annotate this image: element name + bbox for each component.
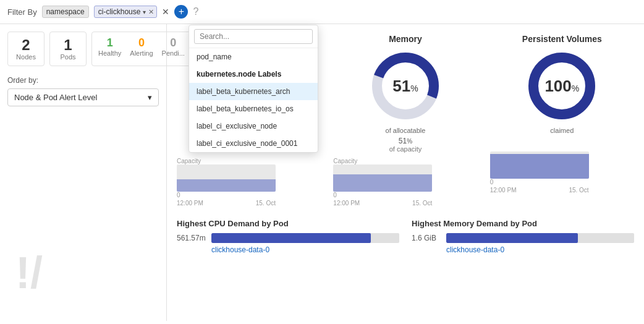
filter-dropdown: pod_namekubernetes.node Labelslabel_beta…: [189, 25, 318, 153]
cpu-capacity-bar-area: [177, 164, 276, 192]
pv-capacity-zero: 0: [490, 179, 634, 185]
pv-time-start: 12:00 PM: [490, 187, 517, 194]
memory-demand-bar-container: 1.6 GiB: [412, 233, 634, 243]
warning-area: !/: [12, 245, 68, 302]
cpu-capacity-chart-label: Capacity: [177, 158, 321, 164]
pending-stat: 0 Pendi...: [162, 37, 185, 61]
namespace-tag: namespace: [42, 6, 89, 18]
stats-row: 2 Nodes 1 Pods 1 Healthy 0 Alerting 0 Pe…: [7, 32, 159, 66]
sub-stats-box: 1 Healthy 0 Alerting 0 Pendi...: [91, 32, 192, 66]
pv-time-end: 15. Oct: [569, 187, 588, 194]
cpu-time-end: 15. Oct: [256, 200, 276, 207]
memory-time-start: 12:00 PM: [333, 200, 360, 207]
memory-time-end: 15. Oct: [412, 200, 432, 207]
memory-time-labels: 12:00 PM 15. Oct: [333, 200, 432, 207]
pv-claimed-label: claimed: [490, 127, 634, 134]
memory-demand-bar-wrapper: [446, 233, 634, 243]
pv-capacity-bar-area: [490, 151, 589, 179]
healthy-label: Healthy: [98, 49, 121, 57]
cpu-time-labels: 12:00 PM 15. Oct: [177, 200, 276, 207]
cpu-capacity-chart: Capacity 0 12:00 PM 15. Oct: [177, 158, 321, 207]
memory-capacity-bar-fill: [333, 174, 432, 192]
demand-row: Highest CPU Demand by Pod 561.57m clickh…: [177, 219, 634, 254]
memory-capacity-bar-area: [333, 164, 432, 192]
pods-stat: 1 Pods: [49, 32, 87, 66]
main-content: 2 Nodes 1 Pods 1 Healthy 0 Alerting 0 Pe…: [0, 24, 644, 321]
memory-capacity-chart-label: Capacity: [333, 158, 477, 164]
order-section: Order by: Node & Pod Alert Level ▾: [7, 76, 159, 106]
clear-filter-button[interactable]: ✕: [162, 7, 169, 16]
pv-donut-center: 100%: [544, 78, 579, 94]
alerting-stat: 0 Alerting: [130, 37, 153, 61]
memory-section: Memory 51% of allocatable 51%: [333, 34, 477, 207]
add-filter-button[interactable]: +: [174, 5, 188, 19]
pv-capacity-bar-fill: [490, 154, 589, 179]
memory-demand-value: 1.6 GiB: [412, 234, 443, 242]
cpu-time-start: 12:00 PM: [177, 200, 203, 207]
memory-title: Memory: [333, 34, 477, 44]
dropdown-item[interactable]: kubernetes.node Labels: [189, 66, 318, 83]
nodes-count: 2: [15, 37, 36, 53]
pods-count: 1: [57, 37, 78, 53]
chevron-down-icon[interactable]: ▾: [143, 9, 146, 15]
dropdown-items-list: pod_namekubernetes.node Labelslabel_beta…: [189, 48, 318, 152]
pv-title: Persistent Volumes: [490, 34, 634, 44]
cpu-demand-link[interactable]: clickhouse-data-0: [211, 245, 269, 254]
dropdown-item[interactable]: label_beta_kubernetes_io_os: [189, 100, 318, 117]
pv-section: Persistent Volumes 100% claimed: [490, 34, 634, 207]
memory-donut: 51%: [368, 49, 443, 123]
nodes-stat: 2 Nodes: [7, 32, 44, 66]
pv-time-labels: 12:00 PM 15. Oct: [490, 187, 589, 194]
cpu-demand-value: 561.57m: [177, 234, 208, 242]
order-select-value: Node & Pod Alert Level: [14, 93, 97, 102]
cpu-demand-bar-fill: [211, 233, 371, 243]
filter-chip-label: ci-clickhouse: [98, 7, 141, 16]
pv-capacity-chart: 0 12:00 PM 15. Oct: [490, 151, 634, 194]
dropdown-search-input[interactable]: [194, 29, 313, 44]
cpu-capacity-zero: 0: [177, 192, 321, 198]
dropdown-item[interactable]: label_ci_exclusive_node_0001: [189, 135, 318, 152]
pv-percent: 100%: [544, 77, 579, 95]
memory-percent: 51%: [392, 77, 418, 95]
healthy-stat: 1 Healthy: [98, 37, 121, 61]
memory-capacity-percent: 51: [399, 137, 407, 145]
pending-label: Pendi...: [162, 49, 185, 57]
warning-icon: !/: [12, 245, 68, 301]
memory-capacity-chart: Capacity 0 12:00 PM 15. Oct: [333, 158, 477, 207]
filter-bar: Filter By namespace ci-clickhouse ▾ ✕ ✕ …: [0, 0, 644, 24]
cpu-capacity-bar-fill: [177, 179, 276, 192]
sidebar: 2 Nodes 1 Pods 1 Healthy 0 Alerting 0 Pe…: [0, 24, 167, 321]
cpu-demand-bar-container: 561.57m: [177, 233, 399, 243]
alerting-label: Alerting: [130, 49, 153, 57]
memory-demand-section: Highest Memory Demand by Pod 1.6 GiB cli…: [412, 219, 634, 254]
dropdown-search-container: [189, 25, 318, 48]
pv-donut: 100%: [525, 49, 599, 123]
order-label: Order by:: [7, 76, 159, 85]
memory-demand-bar-fill: [446, 233, 578, 243]
memory-donut-center: 51%: [392, 78, 418, 94]
memory-demand-title: Highest Memory Demand by Pod: [412, 219, 634, 228]
filter-label: Filter By: [7, 7, 37, 17]
cpu-demand-section: Highest CPU Demand by Pod 561.57m clickh…: [177, 219, 399, 254]
memory-capacity-info: 51%: [333, 137, 477, 145]
close-icon[interactable]: ✕: [148, 8, 154, 16]
chevron-down-icon: ▾: [148, 93, 152, 102]
order-select-dropdown[interactable]: Node & Pod Alert Level ▾: [7, 88, 159, 106]
dropdown-item[interactable]: label_ci_exclusive_node: [189, 117, 318, 135]
dropdown-item[interactable]: label_beta_kubernetes_arch: [189, 83, 318, 100]
pods-label: Pods: [57, 53, 78, 61]
dropdown-item[interactable]: pod_name: [189, 48, 318, 66]
alerting-count: 0: [130, 37, 153, 49]
memory-capacity-zero: 0: [333, 192, 477, 198]
memory-allocatable-label: of allocatable: [333, 127, 477, 134]
cpu-demand-title: Highest CPU Demand by Pod: [177, 219, 399, 228]
cpu-demand-bar-wrapper: [211, 233, 399, 243]
pending-count: 0: [162, 37, 185, 49]
memory-capacity-label: of capacity: [333, 145, 477, 153]
svg-text:!/: !/: [15, 248, 43, 297]
help-icon[interactable]: ?: [193, 6, 198, 17]
nodes-label: Nodes: [15, 53, 36, 61]
healthy-count: 1: [98, 37, 121, 49]
memory-demand-link[interactable]: clickhouse-data-0: [446, 245, 504, 254]
filter-chip[interactable]: ci-clickhouse ▾ ✕: [94, 6, 158, 18]
